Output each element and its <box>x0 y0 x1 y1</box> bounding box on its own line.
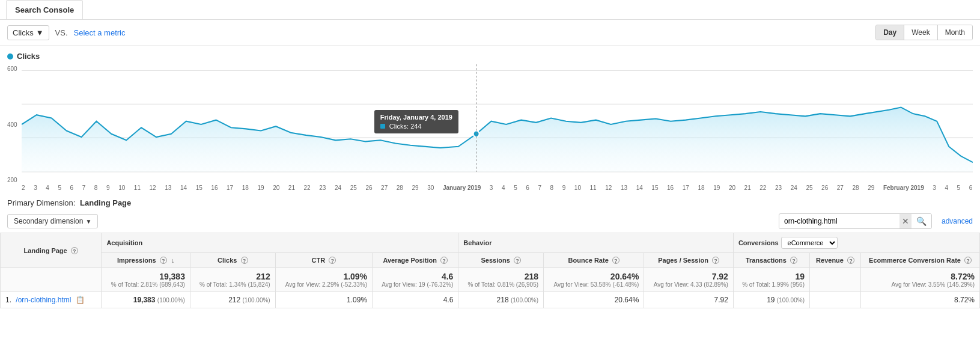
secondary-dimension-dropdown[interactable]: Secondary dimension ▼ <box>7 214 98 228</box>
metric1-chevron-icon: ▼ <box>36 28 44 37</box>
chart-container: 600 400 200 <box>7 64 973 185</box>
chart-area: Clicks 600 400 200 <box>0 46 980 194</box>
col-sessions: Sessions ? <box>458 253 544 268</box>
secondary-dimension-label: Secondary dimension <box>14 217 83 225</box>
row1-clicks: 212 (100.00%) <box>190 292 275 308</box>
y-axis-labels: 600 400 200 <box>7 64 17 185</box>
table-row: 1. /orn-clothing.html 📋 19,383 (100.00%)… <box>1 292 980 308</box>
acquisition-header: Acquisition <box>102 233 458 253</box>
totals-transactions: 19 % of Total: 1.99% (956) <box>733 268 809 292</box>
legend-dot-clicks <box>7 53 13 60</box>
y-label-200: 200 <box>7 177 17 183</box>
row1-landing-page: 1. /orn-clothing.html 📋 <box>1 292 102 308</box>
col-impressions: Impressions ? ↓ <box>102 253 190 268</box>
date-btn-month[interactable]: Month <box>938 25 972 40</box>
ecommerce-cvr-help-icon[interactable]: ? <box>964 257 972 264</box>
row1-transactions: 19 (100.00%) <box>733 292 809 308</box>
row1-avg-position: 4.6 <box>373 292 458 308</box>
date-btn-day[interactable]: Day <box>876 25 904 40</box>
primary-dim-value: Landing Page <box>80 198 131 207</box>
col-transactions: Transactions ? <box>733 253 809 268</box>
totals-ctr: 1.09% Avg for View: 2.29% (-52.33%) <box>275 268 372 292</box>
totals-ecommerce-cvr: 8.72% Avg for View: 3.55% (145.29%) <box>861 268 980 292</box>
totals-label <box>1 268 102 292</box>
x-axis: 2345678910111213141516171819202122232425… <box>7 185 973 191</box>
row1-landing-page-link[interactable]: /orn-clothing.html <box>16 296 71 304</box>
revenue-help-icon[interactable]: ? <box>847 257 854 264</box>
conversions-header: Conversions eCommerce <box>733 233 979 253</box>
totals-bounce-rate: 20.64% Avg for View: 53.58% (-61.48%) <box>544 268 644 292</box>
avg-position-help-icon[interactable]: ? <box>440 257 448 264</box>
primary-dimension: Primary Dimension: Landing Page <box>0 194 980 210</box>
col-ecommerce-cvr: Ecommerce Conversion Rate ? <box>861 253 980 268</box>
col-clicks: Clicks ? <box>190 253 275 268</box>
metric1-dropdown[interactable]: Clicks ▼ <box>7 25 49 40</box>
conversions-dropdown[interactable]: eCommerce <box>781 237 838 249</box>
totals-revenue <box>809 268 860 292</box>
vs-label: VS. <box>55 28 68 37</box>
totals-impressions: 19,383 % of Total: 2.81% (689,643) <box>102 268 190 292</box>
data-table: Landing Page ? Acquisition Behavior Conv… <box>0 233 980 308</box>
row1-ecommerce-cvr: 8.72% <box>861 292 980 308</box>
impressions-help-icon[interactable]: ? <box>160 257 167 264</box>
pages-session-help-icon[interactable]: ? <box>712 257 719 264</box>
advanced-link[interactable]: advanced <box>942 217 973 225</box>
landing-page-help-icon[interactable]: ? <box>71 247 78 254</box>
row1-revenue <box>809 292 860 308</box>
impressions-sort-icon[interactable]: ↓ <box>171 257 175 264</box>
clicks-help-icon[interactable]: ? <box>241 257 248 264</box>
tab-header: Search Console <box>0 0 980 20</box>
totals-row: 19,383 % of Total: 2.81% (689,643) 212 %… <box>1 268 980 292</box>
svg-marker-4 <box>22 108 973 172</box>
metric2-select[interactable]: Select a metric <box>74 28 126 37</box>
date-toggle: Day Week Month <box>875 25 973 40</box>
chart-legend: Clicks <box>7 52 973 61</box>
y-label-400: 400 <box>7 121 17 128</box>
transactions-help-icon[interactable]: ? <box>790 257 797 264</box>
secondary-toolbar: Secondary dimension ▼ ✕ 🔍 advanced <box>0 210 980 233</box>
col-revenue: Revenue ? <box>809 253 860 268</box>
col-bounce-rate: Bounce Rate ? <box>544 253 644 268</box>
metric1-label: Clicks <box>13 28 34 37</box>
col-pages-session: Pages / Session ? <box>644 253 734 268</box>
behavior-header: Behavior <box>458 233 734 253</box>
legend-label-clicks: Clicks <box>17 52 40 61</box>
sessions-help-icon[interactable]: ? <box>514 257 521 264</box>
date-btn-week[interactable]: Week <box>904 25 937 40</box>
toolbar: Clicks ▼ VS. Select a metric Day Week Mo… <box>0 20 980 46</box>
search-clear-icon[interactable]: ✕ <box>899 214 912 228</box>
search-input[interactable] <box>779 215 899 228</box>
totals-pages-session: 7.92 Avg for View: 4.33 (82.89%) <box>644 268 734 292</box>
totals-sessions: 218 % of Total: 0.81% (26,905) <box>458 268 544 292</box>
search-box: ✕ 🔍 <box>779 213 932 229</box>
row1-impressions: 19,383 (100.00%) <box>102 292 190 308</box>
col-avg-position: Average Position ? <box>373 253 458 268</box>
chart-svg <box>7 64 973 185</box>
row1-sessions: 218 (100.00%) <box>458 292 544 308</box>
bounce-rate-help-icon[interactable]: ? <box>612 257 619 264</box>
search-icon[interactable]: 🔍 <box>912 214 931 228</box>
y-label-600: 600 <box>7 66 17 72</box>
totals-clicks: 212 % of Total: 1.34% (15,824) <box>190 268 275 292</box>
tab-search-console[interactable]: Search Console <box>6 0 83 19</box>
col-ctr: CTR ? <box>275 253 372 268</box>
landing-page-header: Landing Page ? <box>1 233 102 268</box>
totals-avg-position: 4.6 Avg for View: 19 (-76.32%) <box>373 268 458 292</box>
ctr-help-icon[interactable]: ? <box>329 257 336 264</box>
row1-pages-session: 7.92 <box>644 292 734 308</box>
copy-icon[interactable]: 📋 <box>76 296 85 304</box>
row1-ctr: 1.09% <box>275 292 372 308</box>
row1-bounce-rate: 20.64% <box>544 292 644 308</box>
chevron-down-icon: ▼ <box>85 218 91 225</box>
primary-dim-label: Primary Dimension: <box>7 198 75 207</box>
